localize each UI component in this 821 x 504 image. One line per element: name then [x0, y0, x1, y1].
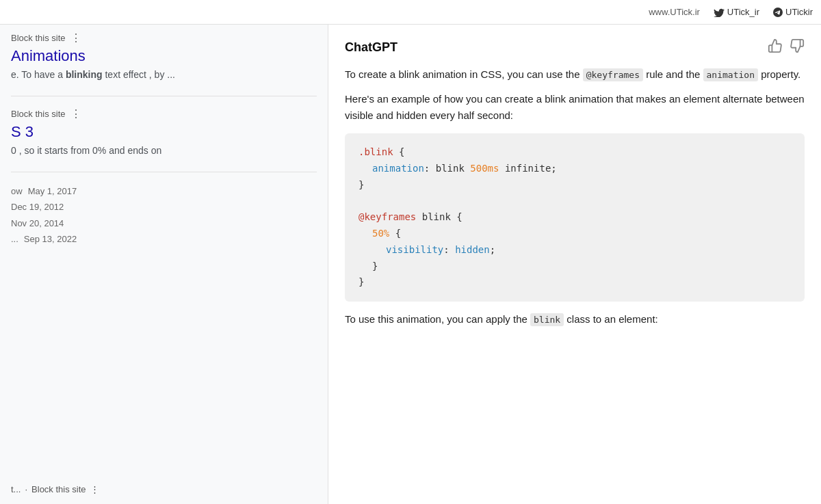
search-result-3: ow May 1, 2017 Dec 19, 2012 Nov 20, 2014… [11, 183, 317, 248]
thumbup-icon [768, 38, 783, 53]
code-at-rule: @keyframes [359, 211, 416, 222]
date-4: Sep 13, 2022 [24, 231, 77, 247]
inline-code-1: @keyframes [583, 68, 643, 81]
twitter-icon [714, 8, 725, 17]
top-bar: www.UTick.ir UTick_ir UTickir [0, 0, 821, 25]
para1-mid: rule and the [643, 68, 703, 80]
para1-start: To create a blink animation in CSS, you … [345, 68, 583, 80]
date-3: Nov 20, 2014 [11, 215, 64, 231]
code-line-7: visibility: hidden; [359, 242, 791, 258]
date-ellipsis: ... [11, 231, 18, 247]
block-site-2[interactable]: Block this site ⋮ [11, 107, 317, 120]
date-row-3: Nov 20, 2014 [11, 215, 317, 231]
date-row-1: ow May 1, 2017 [11, 183, 317, 199]
code-percent: 50% [372, 228, 389, 239]
result-title-1[interactable]: Animations [11, 47, 317, 65]
inline-code-2: animation [703, 68, 758, 81]
telegram-link[interactable]: UTickir [773, 7, 813, 17]
snippet-bold-1: blinking [66, 69, 103, 80]
date-row-2: Dec 19, 2012 [11, 199, 317, 215]
date-label: ow [11, 183, 23, 199]
result-dates: ow May 1, 2017 Dec 19, 2012 Nov 20, 2014… [11, 183, 317, 248]
code-line-2: animation: blink 500ms infinite; [359, 161, 791, 177]
divider-2 [11, 172, 317, 172]
code-line-8: } [359, 258, 791, 275]
code-line-5: @keyframes blink { [359, 209, 791, 226]
search-result-1: Block this site ⋮ Animations e. To have … [11, 31, 317, 82]
chat-paragraph-2: Here's an example of how you can create … [345, 91, 805, 124]
thumbdown-icon [790, 38, 805, 53]
main-layout: Block this site ⋮ Animations e. To have … [0, 25, 821, 504]
search-result-2: Block this site ⋮ S 3 0 , so it starts f… [11, 107, 317, 158]
result-snippet-2: 0 , so it starts from 0% and ends on [11, 144, 317, 158]
snippet-text-1c: , by ... [149, 69, 175, 80]
twitter-link[interactable]: UTick_ir [714, 7, 759, 17]
chat-paragraph-1: To create a blink animation in CSS, you … [345, 66, 805, 83]
inline-code-3: blink [530, 313, 564, 326]
code-prop-2: visibility [386, 244, 443, 255]
bottom-more-options[interactable]: ⋮ [90, 484, 99, 494]
code-hidden: hidden [455, 244, 490, 255]
para1-end: property. [758, 68, 800, 80]
code-line-9: } [359, 274, 791, 291]
bottom-prefix: t... [11, 484, 21, 494]
right-panel: ChatGPT To crea [328, 25, 821, 504]
snippet-text-1a: e. To have a [11, 69, 63, 80]
code-selector-1: .blink [359, 146, 393, 157]
block-site-label-2: Block this site [11, 109, 65, 119]
twitter-handle: UTick_ir [727, 7, 759, 17]
more-options-1[interactable]: ⋮ [70, 31, 81, 44]
telegram-handle: UTickir [785, 7, 813, 17]
code-line-4 [359, 193, 791, 209]
code-prop-1: animation [372, 163, 424, 174]
para3-start: To use this animation, you can apply the [345, 313, 530, 325]
result-title-2[interactable]: S 3 [11, 123, 317, 141]
code-block: .blink { animation: blink 500ms infinite… [345, 133, 805, 302]
code-line-3: } [359, 177, 791, 194]
divider-1 [11, 96, 317, 96]
result-snippet-1: e. To have a blinking text effect , by .… [11, 68, 317, 82]
thumbup-button[interactable] [768, 38, 783, 57]
more-options-2[interactable]: ⋮ [70, 107, 81, 120]
block-site-label-1: Block this site [11, 33, 65, 43]
date-row-4: ... Sep 13, 2022 [11, 231, 317, 247]
code-line-1: .blink { [359, 144, 791, 161]
chatgpt-actions [768, 38, 805, 57]
chatgpt-title: ChatGPT [345, 40, 398, 55]
date-1: May 1, 2017 [28, 183, 77, 199]
snippet-text-2: 0 , so it starts from 0% and ends on [11, 145, 161, 156]
left-panel: Block this site ⋮ Animations e. To have … [0, 25, 328, 504]
snippet-text-1b: text effect [105, 69, 146, 80]
site-label: www.UTick.ir [649, 7, 700, 17]
thumbdown-button[interactable] [790, 38, 805, 57]
chat-paragraph-3: To use this animation, you can apply the… [345, 311, 805, 328]
bottom-dot: · [25, 484, 27, 494]
date-2: Dec 19, 2012 [11, 199, 64, 215]
chatgpt-header: ChatGPT [345, 38, 805, 57]
telegram-icon [773, 8, 783, 17]
bottom-block-site[interactable]: t... · Block this site ⋮ [11, 484, 99, 494]
code-line-6: 50% { [359, 226, 791, 242]
block-site-1[interactable]: Block this site ⋮ [11, 31, 317, 44]
code-ms: 500ms [470, 163, 499, 174]
bottom-block-label: Block this site [31, 484, 86, 494]
para3-end: class to an element: [564, 313, 658, 325]
